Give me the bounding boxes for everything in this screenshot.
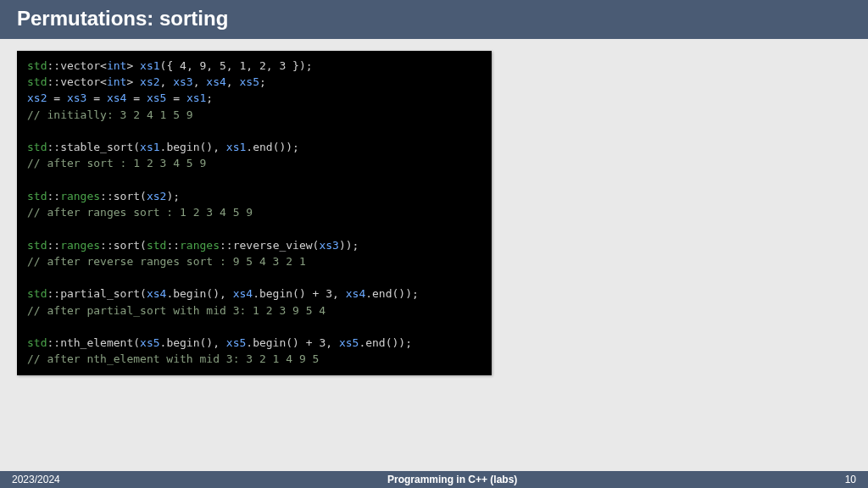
code-block: std::vector<int> xs1({ 4, 9, 5, 1, 2, 3 … (17, 51, 492, 375)
slide: Permutations: sorting std::vector<int> x… (0, 0, 868, 488)
slide-body: std::vector<int> xs1({ 4, 9, 5, 1, 2, 3 … (0, 39, 868, 471)
code-content: std::vector<int> xs1({ 4, 9, 5, 1, 2, 3 … (27, 58, 481, 367)
slide-title: Permutations: sorting (17, 7, 851, 30)
footer-course: Programming in C++ (labs) (387, 474, 517, 485)
footer-year: 2023/2024 (12, 474, 60, 485)
slide-footer: 2023/2024 Programming in C++ (labs) 10 (0, 471, 868, 488)
footer-page: 10 (845, 474, 856, 485)
slide-header: Permutations: sorting (0, 0, 868, 39)
